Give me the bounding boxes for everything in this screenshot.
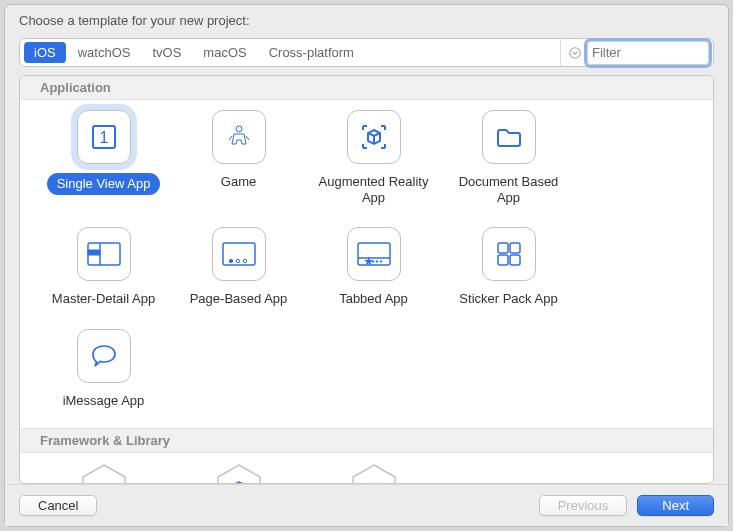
tabbed-icon: ★: [347, 227, 401, 281]
template-sticker-pack-app[interactable]: Sticker Pack App: [441, 227, 576, 307]
template-label: Augmented Reality App: [314, 174, 434, 205]
svg-rect-18: [510, 243, 520, 253]
section-header-framework: Framework & Library: [20, 428, 713, 453]
new-project-template-dialog: Choose a template for your new project: …: [4, 4, 729, 527]
template-document-based-app[interactable]: Document Based App: [441, 110, 576, 205]
tab-macos[interactable]: macOS: [193, 42, 256, 63]
template-label: Game: [221, 174, 256, 190]
svg-rect-20: [510, 255, 520, 265]
prompt-label: Choose a template for your new project:: [19, 13, 714, 28]
sticker-pack-icon: [482, 227, 536, 281]
template-metal-library[interactable]: Metal Library: [306, 463, 441, 484]
svg-point-14: [372, 261, 374, 263]
tab-ios[interactable]: iOS: [24, 42, 66, 63]
section-body-framework: Cocoa Touch Framework Cocoa Touch Static…: [20, 453, 713, 484]
document-icon: [482, 110, 536, 164]
section-header-application: Application: [20, 76, 713, 100]
metal-icon: [350, 463, 398, 484]
title-area: Choose a template for your new project:: [5, 5, 728, 28]
template-page-based-app[interactable]: Page-Based App: [171, 227, 306, 307]
next-button[interactable]: Next: [637, 495, 714, 516]
section-body-application: 1 Single View App Game: [20, 100, 713, 428]
svg-point-10: [243, 259, 246, 262]
svg-point-0: [570, 47, 581, 58]
filter-icon: [567, 45, 583, 61]
template-label: iMessage App: [63, 393, 145, 409]
template-label: Tabbed App: [339, 291, 408, 307]
svg-point-9: [236, 259, 239, 262]
svg-rect-17: [498, 243, 508, 253]
template-game[interactable]: Game: [171, 110, 306, 205]
template-master-detail-app[interactable]: Master-Detail App: [36, 227, 171, 307]
dialog-footer: Cancel Previous Next: [5, 484, 728, 526]
tab-tvos[interactable]: tvOS: [142, 42, 191, 63]
template-label: Master-Detail App: [52, 291, 155, 307]
svg-rect-5: [88, 250, 100, 255]
previous-button[interactable]: Previous: [539, 495, 628, 516]
template-augmented-reality-app[interactable]: Augmented Reality App: [306, 110, 441, 205]
svg-text:★: ★: [365, 257, 372, 266]
svg-rect-19: [498, 255, 508, 265]
tab-cross-platform[interactable]: Cross-platform: [259, 42, 364, 63]
template-imessage-app[interactable]: iMessage App: [36, 329, 171, 409]
template-cocoa-touch-static-library[interactable]: Cocoa Touch Static Library: [171, 463, 306, 484]
platform-toolbar: iOS watchOS tvOS macOS Cross-platform: [19, 38, 714, 67]
cancel-button[interactable]: Cancel: [19, 495, 97, 516]
template-label: Single View App: [47, 173, 161, 195]
tab-watchos[interactable]: watchOS: [68, 42, 141, 63]
svg-point-3: [236, 126, 242, 132]
platform-tabs: iOS watchOS tvOS macOS Cross-platform: [20, 42, 364, 63]
imessage-icon: [77, 329, 131, 383]
ar-icon: [347, 110, 401, 164]
template-tabbed-app[interactable]: ★ Tabbed App: [306, 227, 441, 307]
static-lib-icon: [215, 463, 263, 484]
template-single-view-app[interactable]: 1 Single View App: [36, 110, 171, 205]
game-icon: [212, 110, 266, 164]
filter-wrap: [560, 39, 713, 66]
svg-point-15: [376, 261, 378, 263]
svg-point-16: [380, 261, 382, 263]
framework-icon: [80, 463, 128, 484]
template-label: Page-Based App: [190, 291, 288, 307]
template-cocoa-touch-framework[interactable]: Cocoa Touch Framework: [36, 463, 171, 484]
filter-input[interactable]: [587, 41, 709, 65]
single-view-icon: 1: [77, 110, 131, 164]
master-detail-icon: [77, 227, 131, 281]
template-label: Sticker Pack App: [459, 291, 557, 307]
template-list: Application 1 Single View App: [19, 75, 714, 484]
svg-point-8: [229, 259, 232, 262]
page-based-icon: [212, 227, 266, 281]
svg-text:1: 1: [99, 129, 108, 146]
template-label: Document Based App: [449, 174, 569, 205]
